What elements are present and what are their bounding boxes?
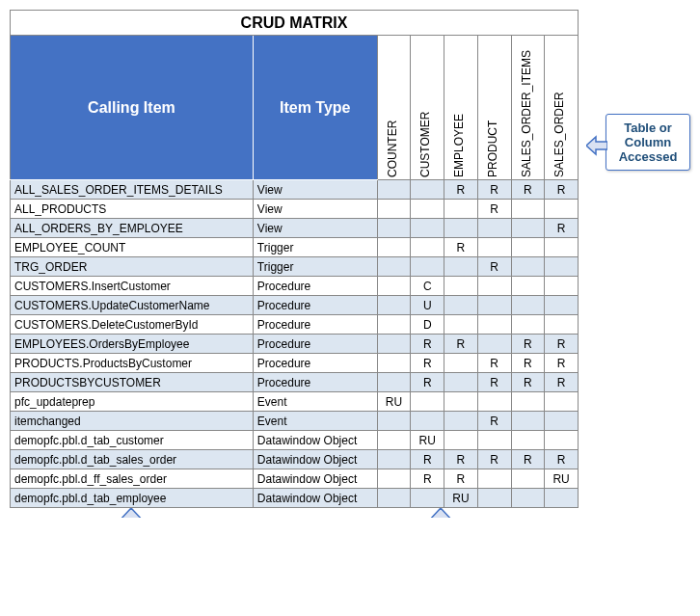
calling-item-cell: EMPLOYEES.OrdersByEmployee bbox=[11, 335, 254, 354]
item-type-cell: Procedure bbox=[253, 373, 377, 392]
calling-item-cell: CUSTOMERS.UpdateCustomerName bbox=[11, 296, 254, 315]
crud-cell bbox=[511, 431, 545, 450]
column-header-label: SALES_ORDER_ITEMS bbox=[520, 152, 533, 181]
table-row: CUSTOMERS.DeleteCustomerByIdProcedureD bbox=[11, 315, 579, 335]
column-header-label: CUSTOMER bbox=[418, 152, 432, 181]
crud-cell: R bbox=[444, 335, 478, 354]
calling-item-cell: TRG_ORDER bbox=[11, 257, 254, 277]
crud-cell bbox=[545, 412, 579, 431]
table-row: demopfc.pbl.d_tab_sales_orderDatawindow … bbox=[11, 450, 579, 469]
item-type-cell: Procedure bbox=[253, 354, 377, 373]
crud-cell bbox=[477, 469, 511, 489]
crud-cell bbox=[377, 296, 411, 315]
crud-cell bbox=[444, 431, 478, 450]
column-header-label: COUNTER bbox=[386, 152, 399, 181]
crud-cell: R bbox=[444, 180, 478, 200]
item-type-cell: Trigger bbox=[253, 257, 377, 277]
column-header: COUNTER bbox=[377, 36, 411, 180]
crud-cell bbox=[545, 296, 579, 315]
table-row: TRG_ORDERTriggerR bbox=[11, 257, 579, 277]
crud-cell: R bbox=[511, 354, 545, 373]
crud-cell bbox=[444, 354, 478, 373]
crud-cell bbox=[377, 373, 411, 392]
crud-cell bbox=[511, 296, 545, 315]
crud-cell bbox=[545, 238, 579, 257]
matrix-title: CRUD MATRIX bbox=[11, 11, 579, 36]
crud-cell bbox=[377, 489, 411, 508]
crud-cell bbox=[377, 412, 411, 431]
crud-cell: R bbox=[477, 200, 511, 219]
arrow-up-icon bbox=[428, 508, 453, 518]
crud-cell bbox=[511, 469, 545, 489]
crud-cell bbox=[377, 257, 411, 277]
table-row: EMPLOYEE_COUNTTriggerR bbox=[11, 238, 579, 257]
crud-cell bbox=[411, 238, 444, 257]
calling-item-cell: pfc_updateprep bbox=[11, 392, 254, 412]
item-type-cell: Procedure bbox=[253, 296, 377, 315]
calling-item-cell: CUSTOMERS.DeleteCustomerById bbox=[11, 315, 254, 335]
crud-cell bbox=[377, 469, 411, 489]
crud-cell bbox=[545, 392, 579, 412]
crud-cell bbox=[411, 392, 444, 412]
crud-cell bbox=[411, 200, 444, 219]
crud-cell bbox=[377, 354, 411, 373]
calling-item-cell: PRODUCTS.ProductsByCustomer bbox=[11, 354, 254, 373]
item-type-cell: Event bbox=[253, 392, 377, 412]
item-type-cell: View bbox=[253, 180, 377, 200]
crud-cell: R bbox=[511, 335, 545, 354]
crud-cell bbox=[377, 200, 411, 219]
crud-cell bbox=[477, 335, 511, 354]
crud-cell bbox=[511, 200, 545, 219]
calling-item-header: Calling Item bbox=[11, 36, 254, 180]
crud-cell bbox=[411, 489, 444, 508]
crud-cell bbox=[444, 277, 478, 296]
crud-cell bbox=[377, 238, 411, 257]
crud-cell: R bbox=[545, 373, 579, 392]
crud-cell: R bbox=[545, 180, 579, 200]
crud-cell: R bbox=[477, 180, 511, 200]
crud-cell: R bbox=[477, 373, 511, 392]
crud-cell: C bbox=[411, 277, 444, 296]
calling-item-cell: EMPLOYEE_COUNT bbox=[11, 238, 254, 257]
crud-cell bbox=[411, 412, 444, 431]
crud-cell bbox=[444, 412, 478, 431]
callout-table-accessed: Table or Column Accessed bbox=[606, 114, 690, 171]
crud-cell: U bbox=[411, 296, 444, 315]
crud-cell bbox=[444, 392, 478, 412]
calling-item-cell: PRODUCTSBYCUSTOMER bbox=[11, 373, 254, 392]
calling-item-cell: demopfc.pbl.d_ff_sales_order bbox=[11, 469, 254, 489]
crud-cell bbox=[511, 257, 545, 277]
table-row: pfc_updateprepEventRU bbox=[11, 392, 579, 412]
column-header: EMPLOYEE bbox=[444, 36, 478, 180]
crud-cell: R bbox=[545, 450, 579, 469]
item-type-cell: Procedure bbox=[253, 277, 377, 296]
item-type-cell: Datawindow Object bbox=[253, 469, 377, 489]
crud-cell bbox=[545, 257, 579, 277]
crud-cell: RU bbox=[377, 392, 411, 412]
crud-cell bbox=[545, 200, 579, 219]
table-row: EMPLOYEES.OrdersByEmployeeProcedureRRRR bbox=[11, 335, 579, 354]
crud-cell: R bbox=[411, 469, 444, 489]
column-header: CUSTOMER bbox=[411, 36, 444, 180]
crud-cell bbox=[444, 296, 478, 315]
crud-cell bbox=[377, 335, 411, 354]
table-row: CUSTOMERS.InsertCustomerProcedureC bbox=[11, 277, 579, 296]
crud-cell bbox=[377, 277, 411, 296]
crud-cell: R bbox=[545, 354, 579, 373]
crud-cell bbox=[377, 315, 411, 335]
crud-cell: R bbox=[511, 373, 545, 392]
crud-cell bbox=[511, 412, 545, 431]
crud-cell bbox=[545, 489, 579, 508]
crud-cell bbox=[477, 392, 511, 412]
calling-item-cell: ALL_ORDERS_BY_EMPLOYEE bbox=[11, 219, 254, 238]
arrow-left-icon bbox=[586, 135, 607, 156]
item-type-cell: Trigger bbox=[253, 238, 377, 257]
crud-cell bbox=[477, 431, 511, 450]
calling-item-cell: ALL_PRODUCTS bbox=[11, 200, 254, 219]
table-row: demopfc.pbl.d_tab_customerDatawindow Obj… bbox=[11, 431, 579, 450]
crud-cell bbox=[477, 238, 511, 257]
item-type-cell: Datawindow Object bbox=[253, 450, 377, 469]
crud-cell bbox=[444, 373, 478, 392]
crud-cell bbox=[444, 315, 478, 335]
crud-cell bbox=[511, 238, 545, 257]
